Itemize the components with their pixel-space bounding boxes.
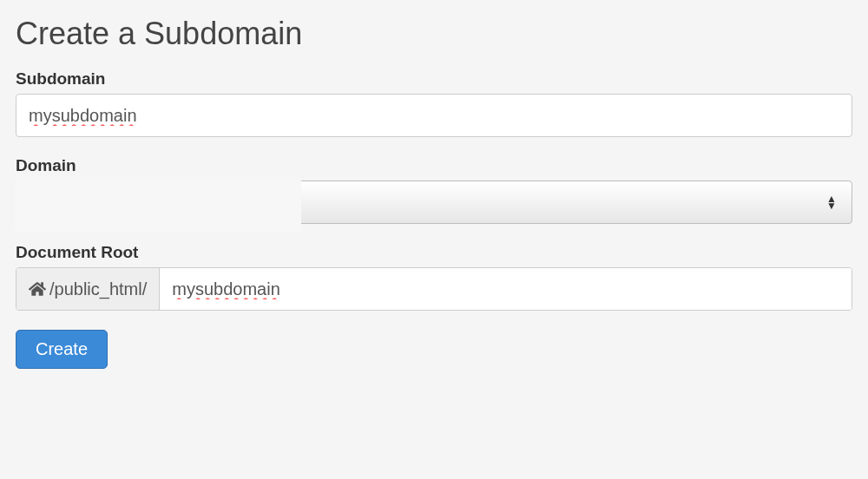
subdomain-input[interactable] (16, 94, 852, 137)
redaction-mask (15, 180, 301, 232)
domain-label: Domain (16, 156, 852, 175)
page-title: Create a Subdomain (16, 16, 852, 52)
subdomain-label: Subdomain (16, 69, 852, 89)
document-root-prefix-text: /public_html/ (49, 279, 147, 299)
domain-group: Domain ▲▼ (16, 156, 852, 224)
document-root-input-group: /public_html/ (16, 267, 852, 311)
subdomain-group: Subdomain (16, 69, 852, 137)
document-root-input[interactable] (160, 268, 852, 310)
home-icon (29, 281, 46, 297)
document-root-label: Document Root (16, 243, 852, 262)
create-button[interactable]: Create (16, 330, 108, 369)
domain-select-wrap: ▲▼ (16, 180, 852, 224)
document-root-group: Document Root /public_html/ (16, 243, 852, 311)
document-root-prefix: /public_html/ (16, 268, 160, 310)
